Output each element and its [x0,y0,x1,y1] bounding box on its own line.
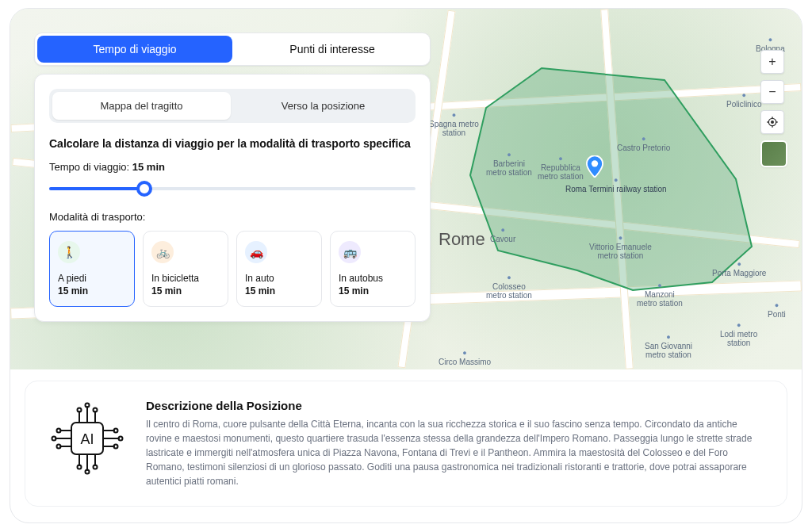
bus-icon: 🚌 [339,241,361,263]
map-pin-icon[interactable] [586,155,603,178]
mode-bus-duration: 15 min [339,285,407,297]
mode-walk-duration: 15 min [58,285,126,297]
slider-thumb[interactable] [136,181,152,197]
svg-point-6 [86,404,90,408]
tab-points-of-interest[interactable]: Punti di interesse [235,33,430,65]
svg-point-14 [57,445,61,449]
mode-bike-label: In bicicletta [151,273,220,285]
svg-point-8 [94,408,98,412]
poi-ponte: Ponti [768,302,786,319]
mode-bus-label: In autobus [339,273,407,285]
description-text-block: Descrizione della Posizione Il centro di… [146,399,764,488]
transport-modes-label: Modalità di trasporto: [49,211,416,223]
zoom-out-button[interactable]: − [760,80,784,104]
poi-castro: Castro Pretorio [617,136,670,152]
tab-travel-time[interactable]: Tempo di viaggio [37,36,232,63]
walk-icon: 🚶 [58,241,80,263]
svg-point-13 [57,429,61,433]
travel-time-slider[interactable] [49,181,416,197]
travel-time-value: 15 min [132,161,165,173]
svg-point-16 [114,429,118,433]
transport-modes: 🚶 A piedi 15 min 🚲 In bicicletta 15 min … [49,231,416,307]
tab-to-position[interactable]: Verso la posizione [234,92,412,120]
ai-chip-icon: AI [48,399,127,481]
slider-fill [49,187,144,190]
mode-bike[interactable]: 🚲 In bicicletta 15 min [143,231,228,307]
poi-circo: Circo Massimo [439,350,491,366]
poi-barberini: Barberinimetro station [486,151,532,177]
mode-bike-duration: 15 min [151,285,220,297]
svg-point-17 [114,445,118,449]
mode-bus[interactable]: 🚌 In autobus 15 min [330,231,416,307]
svg-point-3 [772,121,774,124]
mode-car[interactable]: 🚗 In auto 15 min [236,231,322,307]
description-heading: Descrizione della Posizione [146,399,764,412]
app-card: Rome Spagna metrostation Barberinimetro … [10,8,802,523]
poi-lodi: Lodi metrostation [720,322,757,347]
secondary-tabs: Mappa del tragitto Verso la posizione [49,89,416,123]
poi-manzoni: Manzonimetro station [637,282,683,308]
satellite-toggle[interactable] [760,140,787,167]
svg-point-9 [86,470,90,474]
mode-car-duration: 15 min [245,285,313,297]
locate-button[interactable] [760,110,784,134]
travel-time-prefix: Tempo di viaggio: [49,161,129,173]
poi-spagna: Spagna metrostation [429,112,479,137]
zoom-in-button[interactable]: + [760,50,784,74]
poi-vittorio: Vittorio Emanuelemetro station [589,235,652,260]
map-city-label: Rome [439,229,485,250]
poi-sgiov: San Giovannimetro station [645,334,692,359]
map-pin-label: Roma Termini railway station [565,177,667,193]
svg-point-15 [119,437,123,441]
description-body: Il centro di Roma, cuore pulsante della … [146,417,764,488]
mode-walk[interactable]: 🚶 A piedi 15 min [49,231,135,307]
svg-point-12 [52,437,56,441]
primary-tabs: Tempo di viaggio Punti di interesse [34,33,431,66]
bike-icon: 🚲 [151,241,174,263]
car-icon: 🚗 [245,241,267,263]
mode-walk-label: A piedi [58,273,126,285]
svg-point-10 [78,465,82,469]
tab-route-map[interactable]: Mappa del tragitto [52,92,231,120]
poi-policlinico: Policlinico [726,92,761,109]
travel-time-label: Tempo di viaggio: 15 min [49,161,416,173]
svg-point-11 [94,465,98,469]
svg-text:AI: AI [80,431,94,447]
panel-body: Mappa del tragitto Verso la posizione Ca… [34,74,431,322]
poi-cavour: Cavour [490,227,515,243]
map-controls: + − [760,50,787,167]
mode-car-label: In auto [245,273,313,285]
svg-point-1 [592,160,598,166]
search-panel: Tempo di viaggio Punti di interesse Mapp… [34,33,431,322]
location-description: AI Descrizione della Posizi [25,381,787,507]
svg-point-7 [78,408,82,412]
poi-colosseo: Colosseometro station [486,274,532,300]
poi-porta: Porta Maggiore [712,261,766,277]
panel-title: Calcolare la distanza di viaggio per la … [49,137,416,150]
